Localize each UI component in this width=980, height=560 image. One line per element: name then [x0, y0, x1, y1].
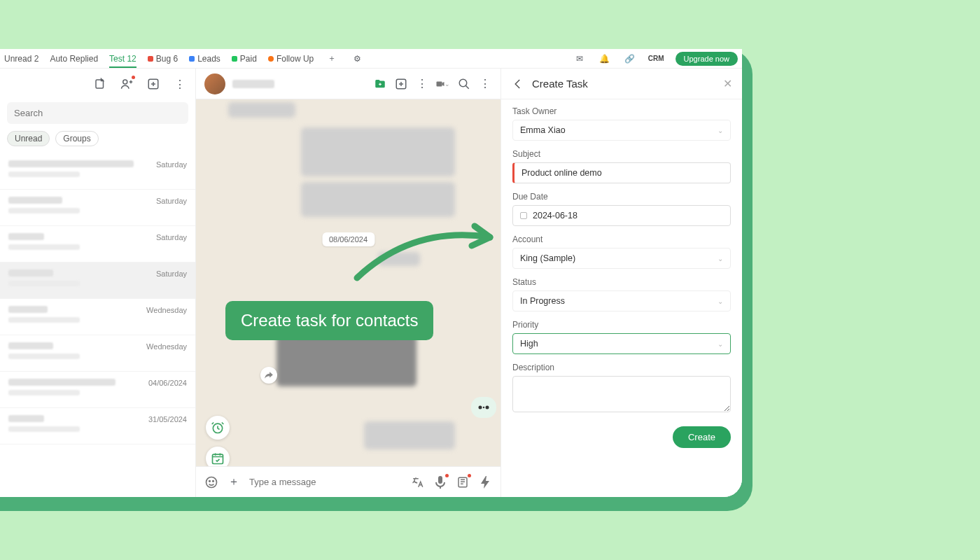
tab-leads[interactable]: Leads [189, 54, 220, 64]
svg-point-10 [483, 407, 484, 408]
priority-label: Priority [512, 320, 731, 330]
new-chat-icon[interactable] [93, 77, 107, 91]
svg-point-8 [479, 406, 482, 410]
svg-point-11 [206, 477, 217, 487]
filter-unread[interactable]: Unread [7, 131, 50, 146]
mail-icon[interactable]: ✉ [573, 52, 587, 66]
tab-auto-replied[interactable]: Auto Replied [50, 54, 98, 64]
message-input[interactable] [249, 477, 402, 487]
chat-item[interactable]: Wednesday [0, 299, 195, 335]
subject-label: Subject [512, 149, 731, 159]
account-select[interactable]: King (Sample)⌄ [512, 248, 731, 269]
chat-menu-icon[interactable]: ⋮ [478, 77, 492, 91]
status-select[interactable]: In Progress⌄ [512, 290, 731, 312]
chat-list: Saturday Saturday Saturday Saturday Wedn… [0, 153, 195, 497]
contact-avatar[interactable] [204, 74, 225, 94]
search-input[interactable] [7, 102, 188, 124]
settings-tab-icon[interactable]: ⚙ [350, 52, 364, 66]
emoji-icon[interactable] [204, 475, 218, 489]
create-button[interactable]: Create [673, 426, 731, 448]
crm-label: CRM [648, 55, 664, 62]
quick-action-icon[interactable] [478, 475, 492, 489]
chevron-down-icon: ⌄ [718, 255, 723, 262]
svg-rect-4 [437, 81, 442, 86]
chat-item[interactable]: Wednesday [0, 335, 195, 372]
description-input[interactable] [512, 376, 731, 412]
owner-select[interactable]: Emma Xiao⌄ [512, 120, 731, 141]
filter-groups[interactable]: Groups [55, 131, 98, 146]
tab-follow-up[interactable]: Follow Up [268, 54, 314, 64]
chevron-down-icon: ⌄ [718, 298, 723, 305]
svg-rect-14 [438, 476, 442, 484]
panel-title: Create Task [532, 78, 588, 90]
chevron-down-icon: ⌄ [718, 340, 723, 348]
tab-test[interactable]: Test 12 [109, 54, 136, 68]
reminder-fab[interactable] [206, 416, 230, 440]
tab-paid[interactable]: Paid [232, 54, 257, 64]
add-box-icon[interactable] [146, 77, 160, 91]
upgrade-button[interactable]: Upgrade now [676, 52, 738, 66]
owner-label: Task Owner [512, 106, 731, 116]
svg-rect-7 [213, 454, 223, 463]
description-label: Description [512, 363, 731, 372]
back-icon[interactable] [511, 77, 525, 91]
attach-icon[interactable]: ＋ [227, 475, 241, 489]
chat-item[interactable]: Saturday [0, 262, 195, 299]
chat-item[interactable]: Saturday [0, 226, 195, 262]
calendar-icon [520, 212, 527, 219]
new-group-icon[interactable] [120, 77, 134, 91]
mic-icon[interactable] [433, 475, 447, 489]
subject-input[interactable]: Product online demo [512, 162, 731, 183]
svg-point-13 [213, 480, 214, 482]
svg-point-12 [209, 480, 211, 482]
top-tabs: Unread 2 Auto Replied Test 12 Bug 6 Lead… [0, 49, 742, 69]
add-tab-icon[interactable]: ＋ [325, 52, 339, 66]
contact-name [232, 80, 274, 88]
bot-icon[interactable] [471, 397, 496, 418]
chat-item[interactable]: Saturday [0, 153, 195, 190]
callout-banner: Create task for contacts [225, 301, 433, 340]
duedate-input[interactable]: 2024-06-18 [512, 205, 731, 226]
svg-point-1 [123, 80, 127, 84]
folder-add-icon[interactable] [373, 77, 387, 91]
tab-bug[interactable]: Bug 6 [148, 54, 178, 64]
calendar-fab[interactable] [206, 447, 230, 466]
more-icon[interactable]: ⋮ [173, 77, 187, 91]
bell-icon[interactable]: 🔔 [598, 52, 612, 66]
video-call-icon[interactable]: ⌄ [436, 77, 450, 91]
account-label: Account [512, 234, 731, 244]
chevron-down-icon: ⌄ [718, 127, 723, 134]
priority-select[interactable]: High⌄ [512, 333, 731, 354]
svg-point-5 [459, 79, 467, 87]
close-icon[interactable]: ✕ [723, 77, 732, 90]
translate-icon[interactable] [411, 475, 425, 489]
crm-link-icon[interactable]: 🔗 [623, 52, 637, 66]
arrow-annotation [350, 222, 500, 285]
chat-more-icon[interactable]: ⋮ [415, 77, 429, 91]
template-icon[interactable] [456, 475, 470, 489]
tab-unread[interactable]: Unread 2 [4, 54, 38, 64]
search-chat-icon[interactable] [457, 77, 471, 91]
duedate-label: Due Date [512, 192, 731, 202]
date-pill: 08/06/2024 [322, 232, 374, 246]
svg-point-9 [486, 406, 489, 410]
chat-item[interactable]: Saturday [0, 190, 195, 226]
status-label: Status [512, 277, 731, 287]
chat-item[interactable]: 04/06/2024 [0, 372, 195, 408]
forward-icon[interactable] [260, 367, 277, 384]
chat-item[interactable]: 31/05/2024 [0, 408, 195, 444]
box-add-icon[interactable] [394, 77, 408, 91]
